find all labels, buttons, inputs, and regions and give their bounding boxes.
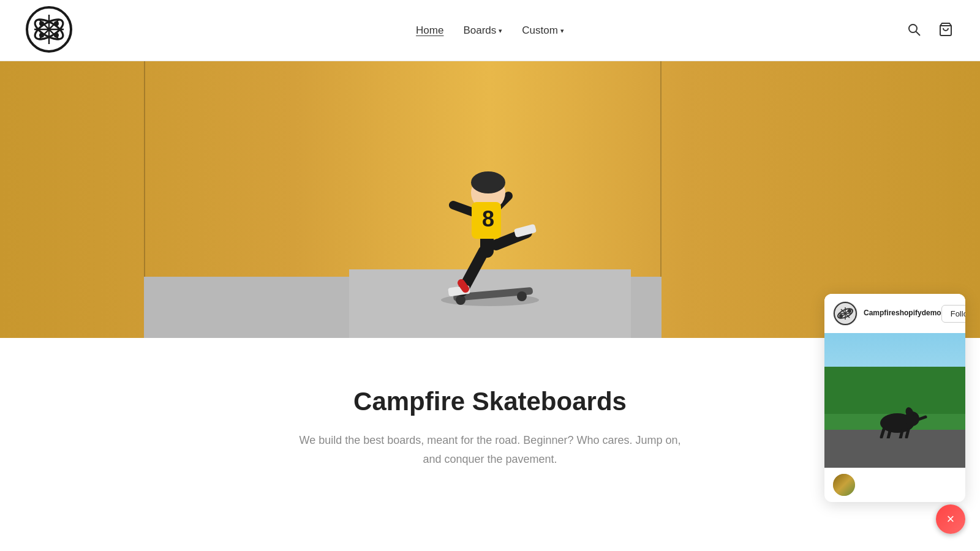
- logo-icon: [24, 5, 74, 54]
- social-widget: Campfireshopifydemo Follow: [824, 294, 965, 502]
- svg-point-17: [456, 295, 466, 305]
- page-title: Campfire Skateboards: [24, 387, 956, 416]
- svg-point-25: [471, 171, 505, 193]
- chevron-down-icon: ▾: [560, 27, 564, 35]
- widget-video[interactable]: [824, 333, 965, 468]
- main-nav: Home Boards ▾ Custom ▾: [416, 24, 564, 37]
- svg-line-45: [907, 430, 908, 437]
- chevron-down-icon: ▾: [499, 27, 502, 35]
- page-description: We build the best boards, meant for the …: [294, 431, 686, 468]
- svg-point-10: [54, 21, 59, 26]
- user-avatar-small: [833, 474, 855, 496]
- follow-button[interactable]: Follow: [941, 305, 965, 323]
- header: Home Boards ▾ Custom ▾: [0, 0, 980, 61]
- svg-line-42: [881, 429, 884, 437]
- svg-line-43: [888, 431, 890, 438]
- svg-point-8: [54, 32, 59, 37]
- nav-custom[interactable]: Custom ▾: [522, 24, 564, 37]
- avatar: [833, 301, 858, 326]
- svg-point-11: [909, 24, 917, 32]
- svg-point-9: [39, 21, 44, 26]
- svg-point-7: [39, 32, 44, 37]
- avatar-icon: [833, 301, 858, 326]
- cart-button[interactable]: [936, 20, 956, 41]
- nav-home[interactable]: Home: [416, 24, 443, 37]
- search-icon: [907, 22, 921, 37]
- svg-line-12: [916, 32, 921, 36]
- cart-icon: [938, 22, 953, 37]
- dog-silhouette: [867, 395, 928, 438]
- svg-text:8: 8: [482, 206, 494, 231]
- widget-bottom: [824, 468, 965, 502]
- svg-rect-49: [833, 474, 855, 496]
- widget-header: Campfireshopifydemo Follow: [824, 294, 965, 333]
- logo[interactable]: [24, 5, 74, 56]
- nav-boards[interactable]: Boards ▾: [463, 24, 502, 37]
- header-actions: [904, 20, 956, 41]
- svg-line-30: [461, 283, 466, 289]
- search-button[interactable]: [904, 20, 924, 41]
- widget-username: Campfireshopifydemo: [864, 309, 941, 318]
- skater-illustration: 8: [276, 61, 704, 338]
- svg-line-44: [900, 431, 902, 438]
- user-avatar-icon: [833, 474, 855, 496]
- svg-point-18: [517, 291, 527, 301]
